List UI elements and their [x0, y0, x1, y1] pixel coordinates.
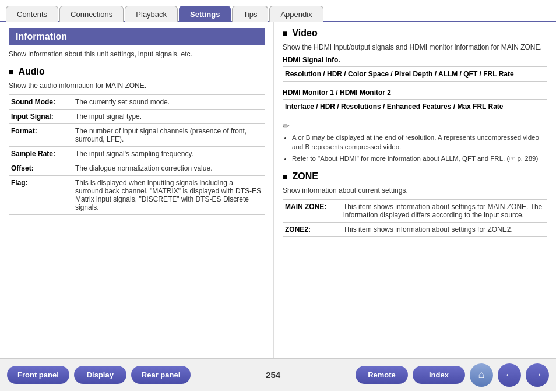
right-column: Video Show the HDMI input/output signals… — [274, 22, 556, 358]
forward-button[interactable]: → — [526, 363, 549, 387]
audio-subtext: Show the audio information for MAIN ZONE… — [9, 82, 265, 90]
tab-connections[interactable]: Connections — [59, 6, 124, 22]
table-row: Sound Mode: The currently set sound mode… — [9, 95, 265, 110]
page-number: 254 — [266, 370, 280, 380]
notes-section: ✏ A or B may be displayed at the end of … — [283, 121, 547, 163]
remote-button[interactable]: Remote — [356, 366, 408, 384]
left-column: Information Show information about this … — [0, 22, 274, 358]
video-subtext: Show the HDMI input/output signals and H… — [283, 43, 547, 51]
hdmi-signal-row: Resolution / HDR / Color Space / Pixel D… — [283, 67, 547, 82]
pencil-icon: ✏ — [283, 121, 547, 130]
row-label: Format: — [9, 124, 73, 147]
table-row: Input Signal: The input signal type. — [9, 110, 265, 124]
table-row: Resolution / HDR / Color Space / Pixel D… — [283, 67, 547, 82]
zone-heading: ZONE — [283, 171, 547, 182]
row-value: This is displayed when inputting signals… — [73, 176, 265, 215]
table-row: MAIN ZONE: This item shows information a… — [283, 200, 547, 223]
row-label: Input Signal: — [9, 110, 73, 124]
front-panel-button[interactable]: Front panel — [7, 366, 69, 384]
tab-tips[interactable]: Tips — [232, 6, 268, 22]
row-label: ZONE2: — [283, 223, 341, 237]
hdmi-signal-table: Resolution / HDR / Color Space / Pixel D… — [283, 66, 547, 82]
row-label: Flag: — [9, 176, 73, 215]
top-navigation: Contents Connections Playback Settings T… — [0, 0, 556, 22]
index-button[interactable]: Index — [413, 366, 465, 384]
tab-settings[interactable]: Settings — [179, 6, 231, 22]
hdmi-signal-title: HDMI Signal Info. — [283, 56, 547, 64]
table-row: ZONE2: This item shows information about… — [283, 223, 547, 237]
row-value: The input signal's sampling frequency. — [73, 147, 265, 161]
row-value: The currently set sound mode. — [73, 95, 265, 110]
row-value: This item shows information about settin… — [341, 200, 547, 223]
hdmi-monitor-row: Interface / HDR / Resolutions / Enhanced… — [283, 100, 547, 114]
main-content: Information Show information about this … — [0, 22, 556, 358]
notes-list: A or B may be displayed at the end of re… — [283, 133, 547, 163]
row-label: Sample Rate: — [9, 147, 73, 161]
row-label: Offset: — [9, 161, 73, 176]
tab-playback[interactable]: Playback — [125, 6, 178, 22]
tab-appendix[interactable]: Appendix — [269, 6, 323, 22]
zone-table: MAIN ZONE: This item shows information a… — [283, 199, 547, 237]
hdmi-monitor-title: HDMI Monitor 1 / HDMI Monitor 2 — [283, 89, 547, 97]
rear-panel-button[interactable]: Rear panel — [131, 366, 191, 384]
table-row: Offset: The dialogue normalization corre… — [9, 161, 265, 176]
video-heading: Video — [283, 28, 547, 38]
bottom-bar: Front panel Display Rear panel 254 Remot… — [0, 358, 556, 391]
bottom-left-buttons: Front panel Display Rear panel — [7, 366, 191, 384]
audio-heading: Audio — [9, 66, 265, 77]
row-value: The input signal type. — [73, 110, 265, 124]
row-label: Sound Mode: — [9, 95, 73, 110]
row-label: MAIN ZONE: — [283, 200, 341, 223]
table-row: Flag: This is displayed when inputting s… — [9, 176, 265, 215]
table-row: Interface / HDR / Resolutions / Enhanced… — [283, 100, 547, 114]
row-value: The dialogue normalization correction va… — [73, 161, 265, 176]
home-button[interactable]: ⌂ — [470, 363, 493, 387]
tab-contents[interactable]: Contents — [6, 6, 58, 22]
zone-subtext: Show information about current settings. — [283, 186, 547, 195]
audio-table: Sound Mode: The currently set sound mode… — [9, 94, 265, 215]
back-button[interactable]: ← — [498, 363, 521, 387]
display-button[interactable]: Display — [74, 366, 126, 384]
bottom-right-buttons: Remote Index ⌂ ← → — [356, 363, 549, 387]
list-item: A or B may be displayed at the end of re… — [292, 133, 547, 151]
list-item: Refer to "About HDMI" for more informati… — [292, 154, 547, 163]
page-title: Information — [9, 28, 265, 45]
hdmi-monitor-table: Interface / HDR / Resolutions / Enhanced… — [283, 99, 547, 114]
table-row: Format: The number of input signal chann… — [9, 124, 265, 147]
intro-text: Show information about this unit setting… — [9, 50, 265, 58]
row-value: The number of input signal channels (pre… — [73, 124, 265, 147]
table-row: Sample Rate: The input signal's sampling… — [9, 147, 265, 161]
row-value: This item shows information about settin… — [341, 223, 547, 237]
